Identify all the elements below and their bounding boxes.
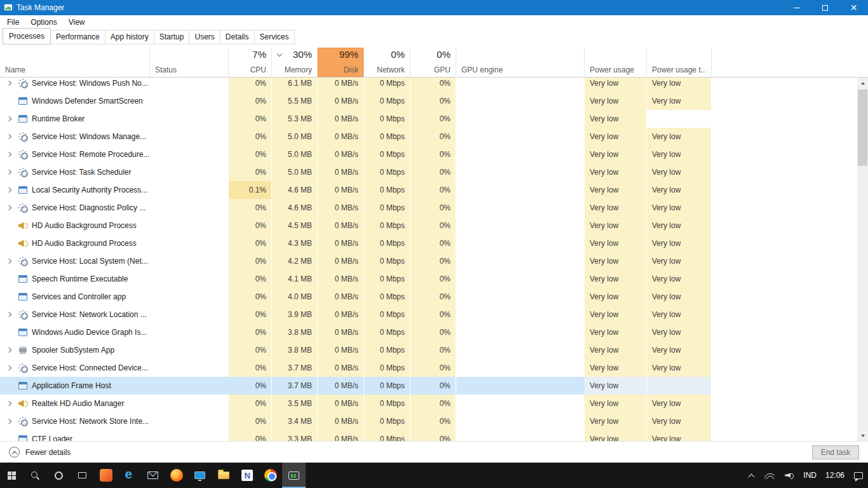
process-row[interactable]: Spooler SubSystem App 0% 3.8 MB 0 MB/s 0… [0, 341, 868, 359]
column-header-name[interactable]: Name [0, 48, 150, 77]
process-row[interactable]: Runtime Broker 0% 5.3 MB 0 MB/s 0 Mbps 0… [0, 110, 868, 128]
process-row[interactable]: Application Frame Host 0% 3.7 MB 0 MB/s … [0, 377, 868, 395]
column-header-network[interactable]: 0% Network [364, 48, 410, 77]
expand-chevron-icon[interactable] [5, 224, 14, 227]
menu-view[interactable]: View [63, 16, 91, 29]
tab-performance[interactable]: Performance [50, 30, 105, 44]
vertical-scrollbar[interactable] [857, 78, 868, 441]
taskbar-app-chrome[interactable] [259, 463, 282, 488]
expand-chevron-icon[interactable] [5, 259, 14, 263]
expand-chevron-icon[interactable] [5, 135, 14, 139]
cpu-cell: 0% [229, 128, 272, 146]
expand-chevron-icon[interactable] [5, 117, 14, 121]
taskbar-app-edge[interactable] [118, 463, 141, 488]
fewer-details-toggle[interactable]: Fewer details [25, 448, 71, 457]
expand-chevron-icon[interactable] [5, 81, 14, 85]
scrollbar-thumb[interactable] [858, 90, 867, 166]
expand-chevron-icon[interactable] [5, 295, 14, 299]
taskbar-app-note[interactable] [235, 463, 259, 488]
column-header-cpu[interactable]: 7% CPU [229, 48, 272, 77]
process-row[interactable]: Speech Runtime Executable 0% 4.1 MB 0 MB… [0, 270, 868, 288]
gpu-cell: 0% [410, 128, 456, 146]
expand-chevron-icon[interactable] [5, 152, 14, 156]
tab-startup[interactable]: Startup [154, 30, 190, 44]
tab-users[interactable]: Users [189, 30, 220, 44]
expand-chevron-icon[interactable] [5, 206, 14, 210]
power-usage-trend-cell: Very low [647, 252, 712, 270]
process-row[interactable]: Service Host: Task Scheduler 0% 5.0 MB 0… [0, 163, 868, 181]
process-row[interactable]: HD Audio Background Process 0% 4.3 MB 0 … [0, 234, 868, 252]
minimize-button[interactable] [782, 0, 811, 15]
volume-button[interactable] [780, 463, 799, 488]
expand-chevron-icon[interactable] [5, 402, 14, 405]
expand-chevron-icon[interactable] [5, 348, 14, 352]
process-row[interactable]: Service Host: Windows Manage... 0% 5.0 M… [0, 128, 868, 146]
memory-cell: 3.8 MB [272, 341, 318, 359]
taskbar-app-orange[interactable] [94, 463, 118, 488]
process-row[interactable]: Windows Defender SmartScreen 0% 5.5 MB 0… [0, 92, 868, 110]
taskbar-app-firefox[interactable] [165, 463, 188, 488]
tab-processes[interactable]: Processes [3, 28, 51, 44]
column-header-memory[interactable]: 30% Memory [272, 48, 318, 77]
maximize-button[interactable] [811, 0, 839, 15]
scroll-up-button[interactable] [857, 78, 868, 88]
process-row[interactable]: HD Audio Background Process 0% 4.5 MB 0 … [0, 217, 868, 234]
column-header-gpu[interactable]: 0% GPU [410, 48, 456, 77]
expand-chevron-icon[interactable] [5, 366, 14, 370]
expand-chevron-icon[interactable] [5, 170, 14, 174]
process-row[interactable]: Services and Controller app 0% 4.0 MB 0 … [0, 288, 868, 306]
menu-options[interactable]: Options [25, 16, 62, 29]
process-row[interactable]: Service Host: Connected Device... 0% 3.7… [0, 359, 868, 377]
column-header-disk[interactable]: 99% Disk [318, 48, 364, 77]
column-header-power-usage[interactable]: Power usage [585, 48, 647, 77]
clock[interactable]: 12:06 [821, 471, 849, 480]
process-row[interactable]: CTF Loader 0% 3.3 MB 0 MB/s 0 Mbps 0% Ve… [0, 430, 868, 441]
process-row[interactable]: Windows Audio Device Graph Is... 0% 3.8 … [0, 323, 868, 341]
process-row[interactable]: Service Host: Windows Push No... 0% 6.1 … [0, 78, 868, 92]
status-cell [150, 377, 229, 395]
process-name-cell: CTF Loader [0, 430, 150, 441]
expand-chevron-icon[interactable] [5, 313, 14, 316]
network-button[interactable] [759, 463, 780, 488]
close-button[interactable]: ✕ [839, 0, 868, 15]
taskbar-app-task-manager[interactable] [282, 463, 306, 488]
start-button[interactable] [0, 463, 24, 488]
cortana-button[interactable] [47, 463, 71, 488]
process-row[interactable]: Service Host: Network Store Inte... 0% 3… [0, 412, 868, 430]
search-button[interactable] [24, 463, 47, 488]
language-indicator[interactable]: IND [799, 471, 821, 480]
taskbar-app-mail[interactable] [141, 463, 165, 488]
task-view-button[interactable] [71, 463, 94, 488]
action-center-button[interactable] [849, 463, 868, 488]
column-header-status[interactable]: Status [150, 48, 229, 77]
expand-chevron-icon[interactable] [5, 384, 14, 388]
end-task-button[interactable]: End task [812, 445, 859, 459]
taskbar-app-file-explorer[interactable] [212, 463, 235, 488]
tab-app-history[interactable]: App history [105, 30, 154, 44]
tab-services[interactable]: Services [254, 30, 295, 44]
expand-chevron-icon[interactable] [5, 437, 14, 441]
expand-chevron-icon[interactable] [5, 419, 14, 423]
power-usage-trend-cell: Very low [647, 412, 712, 430]
gpu-cell: 0% [410, 78, 456, 92]
column-header-gpu-engine[interactable]: GPU engine [456, 48, 585, 77]
taskbar-app-monitor[interactable] [188, 463, 212, 488]
process-row[interactable]: Service Host: Network Location ... 0% 3.… [0, 306, 868, 323]
fewer-details-icon[interactable] [9, 447, 20, 458]
expand-chevron-icon[interactable] [5, 188, 14, 192]
expand-chevron-icon[interactable] [5, 99, 14, 103]
disk-cell: 0 MB/s [318, 78, 364, 92]
expand-chevron-icon[interactable] [5, 277, 14, 281]
process-row[interactable]: Local Security Authority Process... 0.1%… [0, 181, 868, 199]
process-row[interactable]: Service Host: Remote Procedure... 0% 5.0… [0, 146, 868, 163]
column-header-power-usage-trend[interactable]: Power usage t... [647, 48, 712, 77]
expand-chevron-icon[interactable] [5, 330, 14, 334]
tab-details[interactable]: Details [220, 30, 255, 44]
process-row[interactable]: Service Host: Diagnostic Policy ... 0% 4… [0, 199, 868, 217]
scroll-down-button[interactable] [857, 430, 868, 441]
tray-expand-button[interactable] [743, 463, 759, 488]
menu-file[interactable]: File [1, 16, 25, 29]
process-row[interactable]: Service Host: Local System (Net... 0% 4.… [0, 252, 868, 270]
expand-chevron-icon[interactable] [5, 241, 14, 245]
process-row[interactable]: Realtek HD Audio Manager 0% 3.5 MB 0 MB/… [0, 395, 868, 412]
